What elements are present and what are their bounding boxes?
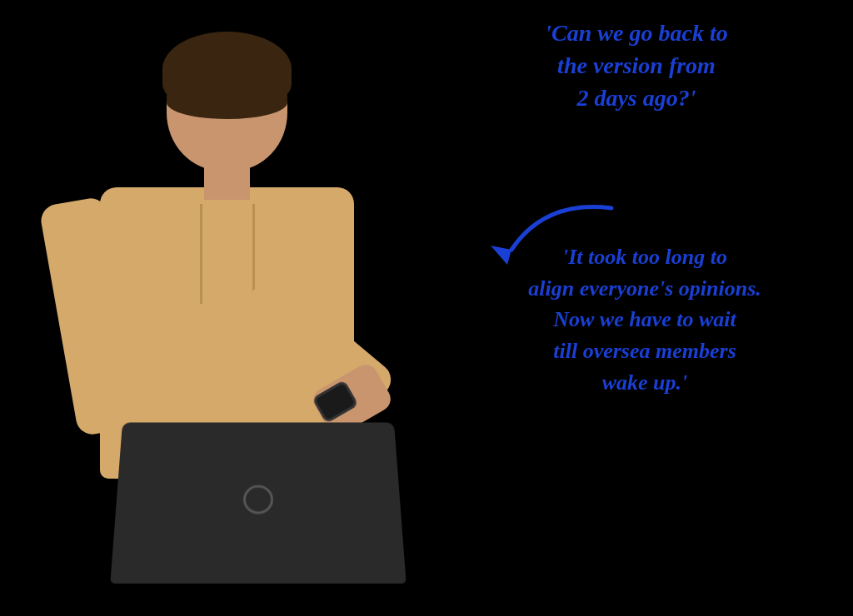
quote-bottom-line4: till oversea members xyxy=(553,339,736,363)
quote-top: 'Can we go back to the version from 2 da… xyxy=(478,17,795,115)
quote-bottom-line2: align everyone's opinions. xyxy=(528,276,761,301)
quote-bottom-text: 'It took too long to align everyone's op… xyxy=(461,241,828,398)
quote-top-text: 'Can we go back to the version from 2 da… xyxy=(478,17,795,115)
quote-top-line2: the version from xyxy=(557,52,716,78)
quote-top-line3: 2 days ago?' xyxy=(576,85,696,111)
quote-bottom-line3: Now we have to wait xyxy=(553,307,736,331)
neck xyxy=(204,158,250,200)
text-area: 'Can we go back to the version from 2 da… xyxy=(436,0,853,616)
scene: 'Can we go back to the version from 2 da… xyxy=(0,0,853,616)
laptop xyxy=(110,422,406,584)
quote-bottom-line5: wake up.' xyxy=(602,370,688,395)
quote-top-line1: 'Can we go back to xyxy=(545,20,727,46)
person-figure xyxy=(33,17,450,608)
hair xyxy=(162,32,292,107)
quote-bottom: 'It took too long to align everyone's op… xyxy=(461,241,828,398)
person-area xyxy=(0,0,466,616)
quote-bottom-line1: 'It took too long to xyxy=(562,245,727,269)
